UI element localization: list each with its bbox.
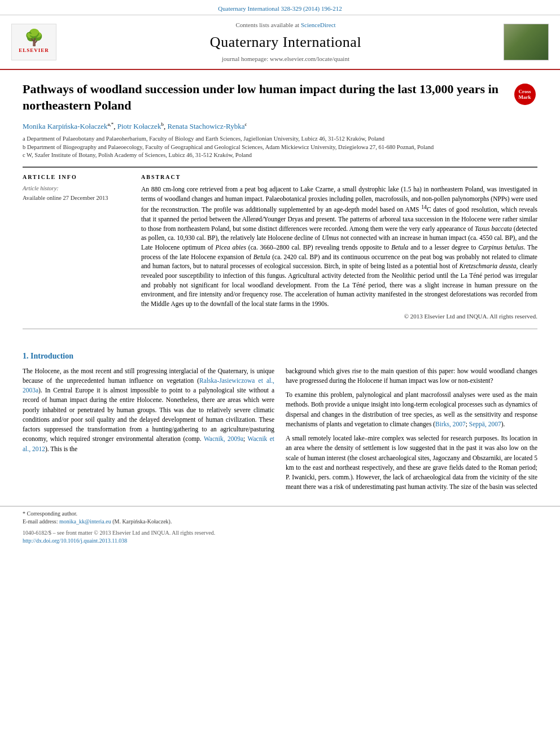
- author-2-sup: b: [161, 121, 164, 127]
- affiliations: a Department of Palaeobotany and Palaeoh…: [23, 135, 537, 160]
- footer-doi: http://dx.doi.org/10.1016/j.quaint.2013.…: [23, 537, 537, 545]
- footer-issn: 1040-6182/$ – see front matter © 2013 El…: [23, 529, 537, 537]
- affiliation-c: c W, Szafer Institute of Botany, Polish …: [23, 151, 537, 160]
- journal-header: 🌳 ELSEVIER Contents lists available at S…: [0, 15, 560, 70]
- journal-thumbnail: [504, 24, 549, 60]
- paper-title: Pathways of woodland succession under lo…: [23, 81, 512, 113]
- article-history-label: Article history:: [23, 185, 130, 193]
- thick-divider: [23, 167, 537, 168]
- thin-divider-2: [23, 329, 537, 329]
- footnote-area: * Corresponding author. E-mail address: …: [0, 506, 560, 526]
- bottom-footer: 1040-6182/$ – see front matter © 2013 El…: [0, 526, 560, 548]
- author-3-sup: c: [244, 121, 247, 127]
- available-online: Available online 27 December 2013: [23, 194, 130, 203]
- copyright-text: © 2013 Elsevier Ltd and INQUA. All right…: [141, 312, 537, 321]
- top-bar: Quaternary International 328-329 (2014) …: [0, 0, 560, 15]
- crossmark-label: CrossMark: [519, 89, 531, 101]
- abstract-col: ABSTRACT An 880 cm-long core retrieved f…: [141, 173, 537, 321]
- body-section: 1. Introduction The Holocene, as the mos…: [0, 351, 560, 497]
- intro-col-right: background which gives rise to the main …: [286, 366, 537, 497]
- abstract-text: An 880 cm-long core retrieved from a pea…: [141, 185, 537, 309]
- intro-two-col: The Holocene, as the most recent and sti…: [23, 366, 537, 497]
- ref-seppa[interactable]: Seppä, 2007: [469, 421, 501, 427]
- ref-wacnik1[interactable]: Wacnik, 2009a: [204, 435, 243, 442]
- article-info-label: ARTICLE INFO: [23, 173, 130, 181]
- paper-container: Pathways of woodland succession under lo…: [0, 70, 560, 345]
- author-1[interactable]: Monika Karpińska-Kołaczek: [23, 122, 108, 130]
- footnote-email: E-mail address: monika_kk@interia.eu (M.…: [23, 518, 537, 526]
- logo-tree-icon: 🌳: [24, 30, 44, 46]
- authors-line: Monika Karpińska-Kołaczeka,*, Piotr Koła…: [23, 121, 537, 132]
- crossmark-badge[interactable]: CrossMark: [514, 84, 536, 105]
- journal-homepage: journal homepage: www.elsevier.com/locat…: [68, 55, 504, 63]
- ref-birks[interactable]: Birks, 2007: [435, 421, 466, 427]
- intro-col2-para1: background which gives rise to the main …: [286, 366, 537, 386]
- footnote-corresponding: * Corresponding author.: [23, 510, 537, 518]
- journal-title-area: Contents lists available at ScienceDirec…: [68, 21, 504, 63]
- ref-ralska[interactable]: Ralska-Jasiewiczowa et al., 2003a: [23, 377, 274, 394]
- abstract-section-label: ABSTRACT: [141, 173, 537, 181]
- email-link[interactable]: monika_kk@interia.eu: [59, 518, 111, 525]
- elsevier-brand: ELSEVIER: [19, 47, 49, 54]
- article-info-abstract-section: ARTICLE INFO Article history: Available …: [23, 173, 537, 321]
- journal-reference: Quaternary International 328-329 (2014) …: [218, 5, 342, 12]
- affiliation-a: a Department of Palaeobotany and Palaeoh…: [23, 135, 537, 143]
- author-1-sup: a,*: [108, 121, 114, 127]
- journal-title: Quaternary International: [68, 32, 504, 53]
- article-info-col: ARTICLE INFO Article history: Available …: [23, 173, 130, 321]
- intro-heading: 1. Introduction: [23, 351, 537, 362]
- paper-title-section: Pathways of woodland succession under lo…: [23, 81, 537, 113]
- intro-col2-para2: To examine this problem, palynological a…: [286, 390, 537, 429]
- sciencedirect-anchor[interactable]: ScienceDirect: [301, 21, 336, 28]
- author-3[interactable]: Renata Stachowicz-Rybka: [167, 122, 244, 130]
- intro-col1-para1: The Holocene, as the most recent and sti…: [23, 366, 274, 454]
- sciencedirect-link: Contents lists available at ScienceDirec…: [68, 21, 504, 29]
- author-2[interactable]: Piotr Kołaczek: [117, 122, 161, 130]
- doi-link[interactable]: http://dx.doi.org/10.1016/j.quaint.2013.…: [23, 538, 127, 544]
- elsevier-logo: 🌳 ELSEVIER: [11, 24, 68, 60]
- intro-col-left: The Holocene, as the most recent and sti…: [23, 366, 274, 497]
- crossmark-badge-container[interactable]: CrossMark: [512, 81, 537, 105]
- intro-col2-para3: A small remotely located lake–mire compl…: [286, 434, 537, 492]
- affiliation-b: b Department of Biogeography and Palaeoe…: [23, 143, 537, 152]
